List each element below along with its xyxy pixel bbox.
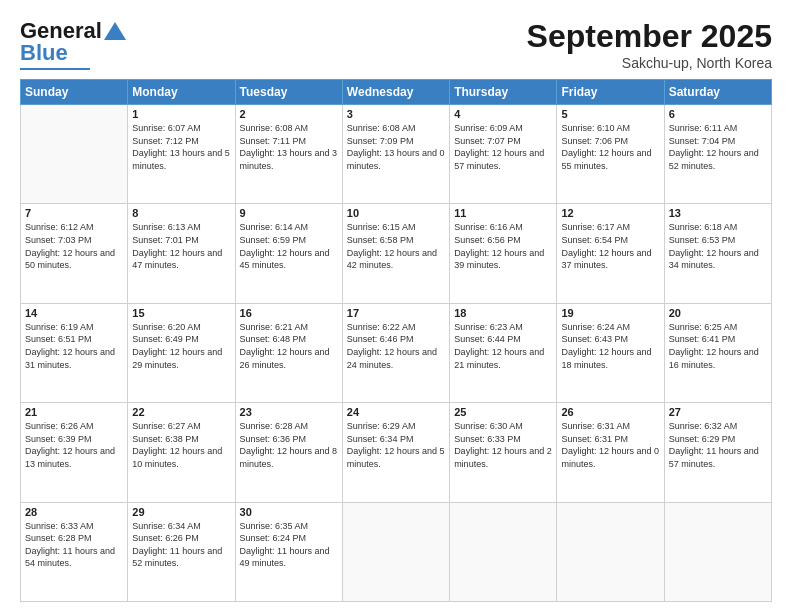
header-saturday: Saturday [664,80,771,105]
day-number: 12 [561,207,659,219]
calendar-cell: 11 Sunrise: 6:16 AM Sunset: 6:56 PM Dayl… [450,204,557,303]
calendar-cell: 24 Sunrise: 6:29 AM Sunset: 6:34 PM Dayl… [342,403,449,502]
month-title: September 2025 [527,18,772,55]
day-number: 20 [669,307,767,319]
day-info: Sunrise: 6:31 AM Sunset: 6:31 PM Dayligh… [561,420,659,470]
daylight: Daylight: 12 hours and 31 minutes. [25,347,115,370]
week-row-1: 1 Sunrise: 6:07 AM Sunset: 7:12 PM Dayli… [21,105,772,204]
day-info: Sunrise: 6:24 AM Sunset: 6:43 PM Dayligh… [561,321,659,371]
header-friday: Friday [557,80,664,105]
sunrise: Sunrise: 6:19 AM [25,322,94,332]
sunrise: Sunrise: 6:08 AM [240,123,309,133]
day-info: Sunrise: 6:16 AM Sunset: 6:56 PM Dayligh… [454,221,552,271]
sunset: Sunset: 6:41 PM [669,334,736,344]
sunrise: Sunrise: 6:21 AM [240,322,309,332]
logo: General Blue [20,18,126,70]
sunset: Sunset: 7:09 PM [347,136,414,146]
sunset: Sunset: 6:38 PM [132,434,199,444]
day-info: Sunrise: 6:32 AM Sunset: 6:29 PM Dayligh… [669,420,767,470]
sunrise: Sunrise: 6:26 AM [25,421,94,431]
logo-icon [104,22,126,40]
sunset: Sunset: 6:28 PM [25,533,92,543]
logo-blue: Blue [20,40,68,66]
sunset: Sunset: 7:07 PM [454,136,521,146]
day-number: 21 [25,406,123,418]
daylight: Daylight: 12 hours and 5 minutes. [347,446,445,469]
calendar-cell [557,502,664,601]
sunset: Sunset: 7:04 PM [669,136,736,146]
day-number: 17 [347,307,445,319]
daylight: Daylight: 12 hours and 24 minutes. [347,347,437,370]
calendar-cell: 21 Sunrise: 6:26 AM Sunset: 6:39 PM Dayl… [21,403,128,502]
sunrise: Sunrise: 6:08 AM [347,123,416,133]
day-number: 25 [454,406,552,418]
daylight: Daylight: 12 hours and 50 minutes. [25,248,115,271]
sunset: Sunset: 6:49 PM [132,334,199,344]
day-number: 10 [347,207,445,219]
day-number: 2 [240,108,338,120]
sunrise: Sunrise: 6:18 AM [669,222,738,232]
calendar-cell: 23 Sunrise: 6:28 AM Sunset: 6:36 PM Dayl… [235,403,342,502]
calendar-cell: 14 Sunrise: 6:19 AM Sunset: 6:51 PM Dayl… [21,303,128,402]
sunset: Sunset: 6:44 PM [454,334,521,344]
day-info: Sunrise: 6:07 AM Sunset: 7:12 PM Dayligh… [132,122,230,172]
sunrise: Sunrise: 6:12 AM [25,222,94,232]
sunset: Sunset: 6:34 PM [347,434,414,444]
daylight: Daylight: 12 hours and 47 minutes. [132,248,222,271]
day-number: 24 [347,406,445,418]
sunset: Sunset: 6:39 PM [25,434,92,444]
daylight: Daylight: 13 hours and 5 minutes. [132,148,230,171]
day-info: Sunrise: 6:33 AM Sunset: 6:28 PM Dayligh… [25,520,123,570]
day-number: 3 [347,108,445,120]
calendar-cell: 25 Sunrise: 6:30 AM Sunset: 6:33 PM Dayl… [450,403,557,502]
day-info: Sunrise: 6:26 AM Sunset: 6:39 PM Dayligh… [25,420,123,470]
calendar-cell: 19 Sunrise: 6:24 AM Sunset: 6:43 PM Dayl… [557,303,664,402]
day-info: Sunrise: 6:35 AM Sunset: 6:24 PM Dayligh… [240,520,338,570]
day-number: 15 [132,307,230,319]
calendar-cell: 3 Sunrise: 6:08 AM Sunset: 7:09 PM Dayli… [342,105,449,204]
calendar-cell: 1 Sunrise: 6:07 AM Sunset: 7:12 PM Dayli… [128,105,235,204]
page: General Blue September 2025 Sakchu-up, N… [0,0,792,612]
daylight: Daylight: 12 hours and 18 minutes. [561,347,651,370]
calendar-cell: 13 Sunrise: 6:18 AM Sunset: 6:53 PM Dayl… [664,204,771,303]
sunrise: Sunrise: 6:17 AM [561,222,630,232]
weekday-header-row: Sunday Monday Tuesday Wednesday Thursday… [21,80,772,105]
day-info: Sunrise: 6:29 AM Sunset: 6:34 PM Dayligh… [347,420,445,470]
sunset: Sunset: 6:48 PM [240,334,307,344]
sunrise: Sunrise: 6:29 AM [347,421,416,431]
day-info: Sunrise: 6:23 AM Sunset: 6:44 PM Dayligh… [454,321,552,371]
sunrise: Sunrise: 6:14 AM [240,222,309,232]
calendar-cell: 30 Sunrise: 6:35 AM Sunset: 6:24 PM Dayl… [235,502,342,601]
day-info: Sunrise: 6:15 AM Sunset: 6:58 PM Dayligh… [347,221,445,271]
sunrise: Sunrise: 6:23 AM [454,322,523,332]
sunset: Sunset: 7:11 PM [240,136,307,146]
day-number: 8 [132,207,230,219]
calendar-cell [450,502,557,601]
sunset: Sunset: 6:56 PM [454,235,521,245]
header-tuesday: Tuesday [235,80,342,105]
sunset: Sunset: 6:54 PM [561,235,628,245]
sunrise: Sunrise: 6:20 AM [132,322,201,332]
calendar-cell: 12 Sunrise: 6:17 AM Sunset: 6:54 PM Dayl… [557,204,664,303]
sunset: Sunset: 6:53 PM [669,235,736,245]
calendar-cell [21,105,128,204]
day-info: Sunrise: 6:28 AM Sunset: 6:36 PM Dayligh… [240,420,338,470]
day-number: 16 [240,307,338,319]
day-number: 29 [132,506,230,518]
sunset: Sunset: 6:29 PM [669,434,736,444]
day-info: Sunrise: 6:08 AM Sunset: 7:11 PM Dayligh… [240,122,338,172]
day-info: Sunrise: 6:11 AM Sunset: 7:04 PM Dayligh… [669,122,767,172]
day-info: Sunrise: 6:30 AM Sunset: 6:33 PM Dayligh… [454,420,552,470]
daylight: Daylight: 12 hours and 26 minutes. [240,347,330,370]
week-row-5: 28 Sunrise: 6:33 AM Sunset: 6:28 PM Dayl… [21,502,772,601]
calendar-cell: 22 Sunrise: 6:27 AM Sunset: 6:38 PM Dayl… [128,403,235,502]
day-number: 26 [561,406,659,418]
day-number: 30 [240,506,338,518]
header-sunday: Sunday [21,80,128,105]
day-number: 1 [132,108,230,120]
calendar-cell: 7 Sunrise: 6:12 AM Sunset: 7:03 PM Dayli… [21,204,128,303]
calendar-cell [342,502,449,601]
daylight: Daylight: 12 hours and 10 minutes. [132,446,222,469]
day-info: Sunrise: 6:25 AM Sunset: 6:41 PM Dayligh… [669,321,767,371]
daylight: Daylight: 12 hours and 37 minutes. [561,248,651,271]
